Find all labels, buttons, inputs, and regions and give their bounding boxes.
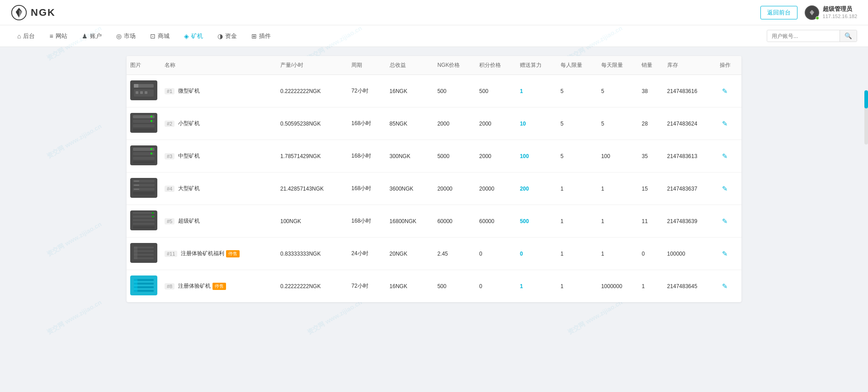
col-header-name: 名称 xyxy=(161,56,277,75)
gift-power-cell: 200 xyxy=(516,173,557,205)
daily-limit-cell: 5 xyxy=(557,140,598,173)
svg-point-18 xyxy=(151,153,152,154)
total-income-cell: 85NGK xyxy=(386,107,434,140)
gift-power-cell: 100 xyxy=(516,140,557,173)
miner-name-cell: #2小型矿机 xyxy=(161,107,277,140)
production-cell: 0.22222222NGK xyxy=(277,270,348,303)
nav-label-plugin: 插件 xyxy=(259,32,271,40)
production-cell: 0.50595238NGK xyxy=(277,107,348,140)
col-header-gift_power: 赠送算力 xyxy=(516,56,557,75)
period-cell: 168小时 xyxy=(348,107,386,140)
point-price-cell: 500 xyxy=(476,75,516,107)
edit-button[interactable]: ✎ xyxy=(720,216,730,226)
svg-rect-5 xyxy=(140,91,143,94)
ngk-price-cell: 500 xyxy=(434,270,476,303)
table-row: #1微型矿机0.22222222NGK72小时16NGK500500155382… xyxy=(127,75,741,107)
edit-button[interactable]: ✎ xyxy=(720,119,730,129)
col-header-actions: 操作 xyxy=(716,56,741,75)
sidebar-item-dashboard[interactable]: ⌂后台 xyxy=(11,28,41,44)
sidebar-item-website[interactable]: ≡网站 xyxy=(43,28,73,44)
svg-rect-42 xyxy=(134,279,137,292)
total-income-cell: 300NGK xyxy=(386,140,434,173)
svg-rect-23 xyxy=(134,181,139,182)
miner-id: #4 xyxy=(165,186,175,192)
sidebar-item-finance[interactable]: ◑资金 xyxy=(211,28,243,44)
stopped-badge: 停售 xyxy=(226,250,240,257)
col-header-daily_max: 每天限量 xyxy=(598,56,638,75)
svg-point-17 xyxy=(151,148,152,150)
stock-cell: 2147483613 xyxy=(664,140,716,173)
daily-limit-cell: 1 xyxy=(557,270,598,303)
edit-button[interactable]: ✎ xyxy=(720,249,730,259)
col-header-total_income: 总收益 xyxy=(386,56,434,75)
daily-limit-cell: 5 xyxy=(557,107,598,140)
miner-image-cell xyxy=(127,270,161,303)
stock-cell: 2147483616 xyxy=(664,75,716,107)
logo-icon xyxy=(11,5,27,21)
sidebar-item-account[interactable]: ♟账户 xyxy=(75,28,108,44)
table-row: #4大型矿机21.42857143NGK168小时3600NGK20000200… xyxy=(127,173,741,205)
stopped-badge: 停售 xyxy=(212,283,226,290)
edit-button[interactable]: ✎ xyxy=(720,281,730,291)
point-price-cell: 0 xyxy=(476,238,516,270)
col-header-ngk_price: NGK价格 xyxy=(434,56,476,75)
miner-id: #2 xyxy=(165,121,175,127)
total-income-cell: 3600NGK xyxy=(386,173,434,205)
header-right: 返回前台 超级管理员 117.152.16.182 xyxy=(760,5,857,20)
period-cell: 168小时 xyxy=(348,140,386,173)
miner-image-cell xyxy=(127,173,161,205)
gift-power-cell: 500 xyxy=(516,205,557,238)
col-header-img: 图片 xyxy=(127,56,161,75)
edit-button[interactable]: ✎ xyxy=(720,151,730,161)
actions-cell: ✎ xyxy=(716,107,741,140)
table-row: #11注册体验矿机福利停售0.83333333NGK24小时20NGK2.450… xyxy=(127,238,741,270)
total-income-cell: 16NGK xyxy=(386,270,434,303)
stock-cell: 100000 xyxy=(664,238,716,270)
svg-rect-16 xyxy=(133,161,155,163)
plugin-icon: ⊞ xyxy=(251,33,257,40)
scroll-thumb[interactable] xyxy=(864,90,868,108)
daily-limit-cell: 1 xyxy=(557,238,598,270)
sidebar-item-mining[interactable]: ◈矿机 xyxy=(178,28,209,44)
edit-button[interactable]: ✎ xyxy=(720,184,730,194)
nav-label-account: 账户 xyxy=(90,32,102,40)
col-header-daily_limit: 每人限量 xyxy=(557,56,598,75)
sales-cell: 38 xyxy=(638,75,663,107)
ngk-price-cell: 2.45 xyxy=(434,238,476,270)
scroll-bar[interactable] xyxy=(864,90,868,145)
point-price-cell: 2000 xyxy=(476,140,516,173)
edit-button[interactable]: ✎ xyxy=(720,86,730,96)
miner-id: #8 xyxy=(165,283,175,289)
logo: NGK xyxy=(11,5,56,21)
total-income-cell: 16NGK xyxy=(386,75,434,107)
sales-cell: 35 xyxy=(638,140,663,173)
period-cell: 168小时 xyxy=(348,205,386,238)
search-button[interactable]: 🔍 xyxy=(840,30,857,42)
return-button[interactable]: 返回前台 xyxy=(760,6,797,19)
account-icon: ♟ xyxy=(82,33,88,40)
miner-name: 注册体验矿机福利 xyxy=(181,250,224,257)
nav-label-mining: 矿机 xyxy=(191,32,203,40)
miners-table-card: 图片名称产量/小时周期总收益NGK价格积分价格赠送算力每人限量每天限量销量库存操… xyxy=(127,56,741,302)
dashboard-icon: ⌂ xyxy=(17,33,21,40)
sidebar-item-market[interactable]: ◎市场 xyxy=(110,28,142,44)
daily-max-cell: 100 xyxy=(598,140,638,173)
shop-icon: ⊡ xyxy=(150,33,156,40)
miner-name: 注册体验矿机 xyxy=(178,282,211,290)
miner-image-cell xyxy=(127,140,161,173)
miner-name: 大型矿机 xyxy=(178,185,200,192)
svg-rect-2 xyxy=(134,84,138,88)
daily-limit-cell: 1 xyxy=(557,173,598,205)
svg-rect-25 xyxy=(134,189,139,190)
sidebar-item-shop[interactable]: ⊡商城 xyxy=(144,28,176,44)
col-header-point_price: 积分价格 xyxy=(476,56,516,75)
svg-rect-26 xyxy=(133,212,155,214)
website-icon: ≡ xyxy=(49,33,53,40)
sidebar-item-plugin[interactable]: ⊞插件 xyxy=(245,28,277,44)
nav-label-finance: 资金 xyxy=(225,32,237,40)
search-input[interactable] xyxy=(767,31,840,42)
stock-cell: 2147483637 xyxy=(664,173,716,205)
col-header-period: 周期 xyxy=(348,56,386,75)
point-price-cell: 2000 xyxy=(476,107,516,140)
daily-limit-cell: 5 xyxy=(557,75,598,107)
